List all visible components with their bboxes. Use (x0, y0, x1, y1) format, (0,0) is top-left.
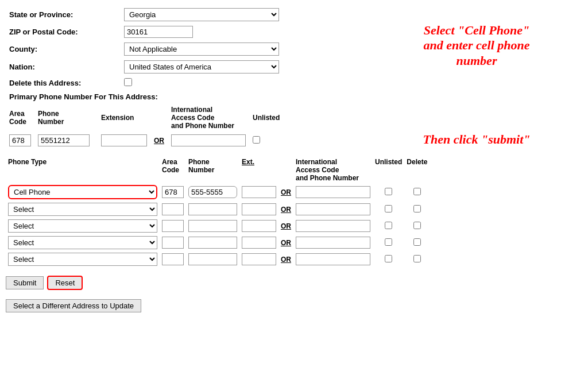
primary-extension[interactable] (101, 134, 147, 146)
pt-area-code-3[interactable] (162, 237, 184, 249)
pt-area-code-1[interactable] (162, 203, 184, 215)
pt-intl-3[interactable] (296, 237, 370, 249)
state-label: State or Province: (6, 6, 121, 24)
pt-delete-0[interactable] (413, 188, 421, 195)
phone-type-row: SelectCell PhoneHomeWorkFaxOtherOR (6, 218, 430, 234)
pt-delete-4[interactable] (413, 255, 421, 262)
zip-input[interactable] (124, 26, 193, 38)
pt-unlisted-2[interactable] (385, 222, 392, 229)
pt-unlisted-0[interactable] (385, 188, 392, 195)
phone-type-row: SelectCell PhoneHomeWorkFaxOtherOR (6, 234, 430, 251)
unlisted-header: Unlisted (249, 103, 373, 132)
zip-label: ZIP or Postal Code: (6, 24, 121, 40)
pt-area-code-header: AreaCode (160, 157, 186, 183)
county-row: County: Not Applicable (6, 40, 373, 58)
arrow-overlay (6, 312, 582, 375)
pt-ext-3[interactable] (242, 237, 276, 249)
primary-phone-table: AreaCode PhoneNumber Extension Internati… (6, 103, 373, 149)
phone-type-row: SelectCell PhoneHomeWorkFaxOtherOR (6, 251, 430, 268)
reset-button[interactable]: Reset (47, 276, 83, 290)
pt-phone-num-4[interactable] (188, 253, 237, 265)
address-form-table: State or Province: Georgia ZIP or Postal… (6, 6, 373, 90)
pt-unlisted-1[interactable] (385, 205, 392, 212)
state-select[interactable]: Georgia (124, 8, 279, 21)
nation-select[interactable]: United States of America (124, 60, 279, 74)
pt-unlisted-3[interactable] (385, 238, 392, 246)
phone-type-select-3[interactable]: SelectCell PhoneHomeWorkFaxOther (8, 236, 157, 249)
primary-phone-number[interactable] (38, 134, 90, 146)
phone-type-header-row: Phone Type AreaCode PhoneNumber Ext. Int… (6, 157, 430, 183)
zip-row: ZIP or Postal Code: (6, 24, 373, 40)
area-code-header: AreaCode (6, 103, 34, 132)
primary-phone-row: OR (6, 132, 373, 149)
phone-type-section: Phone Type AreaCode PhoneNumber Ext. Int… (6, 157, 373, 268)
delete-checkbox[interactable] (124, 78, 132, 86)
page-wrapper: State or Province: Georgia ZIP or Postal… (6, 6, 582, 373)
county-label: County: (6, 40, 121, 58)
pt-intl-1[interactable] (296, 203, 370, 215)
state-row: State or Province: Georgia (6, 6, 373, 24)
pt-ext-header: Ext. (239, 157, 278, 183)
phone-type-col-header: Phone Type (6, 157, 160, 183)
pt-intl-0[interactable] (296, 186, 370, 198)
phone-type-select-2[interactable]: SelectCell PhoneHomeWorkFaxOther (8, 219, 157, 233)
or-label-3: OR (281, 239, 291, 247)
or-label-1: OR (281, 206, 291, 214)
cell-phone-type-select[interactable]: SelectCell PhoneHomeWorkFaxOther (8, 185, 157, 199)
pt-area-code-0[interactable] (162, 186, 184, 198)
pt-delete-1[interactable] (413, 205, 421, 212)
nation-label: Nation: (6, 58, 121, 76)
submit-annotation: Then click "submit" (385, 132, 568, 147)
primary-area-code[interactable] (9, 134, 31, 146)
phone-type-row: SelectCell PhoneHomeWorkFaxOtherOR (6, 201, 430, 218)
pt-unlisted-header: Unlisted (373, 157, 404, 183)
select-different-address-button[interactable]: Select a Different Address to Update (6, 299, 141, 312)
county-select[interactable]: Not Applicable (124, 42, 279, 56)
primary-intl[interactable] (171, 134, 246, 146)
phone-number-header: PhoneNumber (34, 103, 98, 132)
phone-type-select-4[interactable]: SelectCell PhoneHomeWorkFaxOther (8, 253, 157, 266)
primary-phone-label: Primary Phone Number For This Address: (6, 90, 373, 103)
pt-ext-1[interactable] (242, 203, 276, 215)
pt-intl-4[interactable] (296, 253, 370, 265)
cell-phone-annotation: Select "Cell Phone"and enter cell phonen… (379, 23, 574, 68)
or-label-0: OR (281, 188, 291, 196)
pt-phone-num-3[interactable] (188, 237, 237, 249)
pt-intl-header: InternationalAccess Codeand Phone Number (293, 157, 373, 183)
pt-area-code-2[interactable] (162, 220, 184, 232)
pt-phone-num-1[interactable] (188, 203, 237, 215)
form-section: State or Province: Georgia ZIP or Postal… (6, 6, 373, 312)
primary-unlisted[interactable] (253, 136, 260, 144)
phone-type-select-1[interactable]: SelectCell PhoneHomeWorkFaxOther (8, 203, 157, 216)
extension-header: Extension (98, 103, 150, 132)
delete-label: Delete this Address: (6, 76, 121, 90)
primary-or-label: OR (154, 137, 164, 145)
or-label-2: OR (281, 222, 291, 230)
pt-intl-2[interactable] (296, 220, 370, 232)
pt-unlisted-4[interactable] (385, 255, 392, 262)
pt-ext-4[interactable] (242, 253, 276, 265)
pt-phone-num-0[interactable] (188, 186, 237, 198)
primary-phone-header-row: AreaCode PhoneNumber Extension Internati… (6, 103, 373, 132)
nation-row: Nation: United States of America (6, 58, 373, 76)
pt-ext-2[interactable] (242, 220, 276, 232)
buttons-row: Submit Reset (6, 276, 373, 290)
pt-phone-number-header: PhoneNumber (186, 157, 239, 183)
pt-delete-header: Delete (404, 157, 430, 183)
pt-ext-0[interactable] (242, 186, 276, 198)
or-label-4: OR (281, 256, 291, 264)
pt-area-code-4[interactable] (162, 253, 184, 265)
delete-row: Delete this Address: (6, 76, 373, 90)
submit-button[interactable]: Submit (6, 276, 44, 289)
pt-delete-2[interactable] (413, 222, 421, 229)
pt-phone-num-2[interactable] (188, 220, 237, 232)
phone-type-row: SelectCell PhoneHomeWorkFaxOtherOR (6, 183, 430, 201)
intl-header: InternationalAccess Codeand Phone Number (168, 103, 249, 132)
pt-delete-3[interactable] (413, 238, 421, 246)
phone-type-table: Phone Type AreaCode PhoneNumber Ext. Int… (6, 157, 430, 268)
